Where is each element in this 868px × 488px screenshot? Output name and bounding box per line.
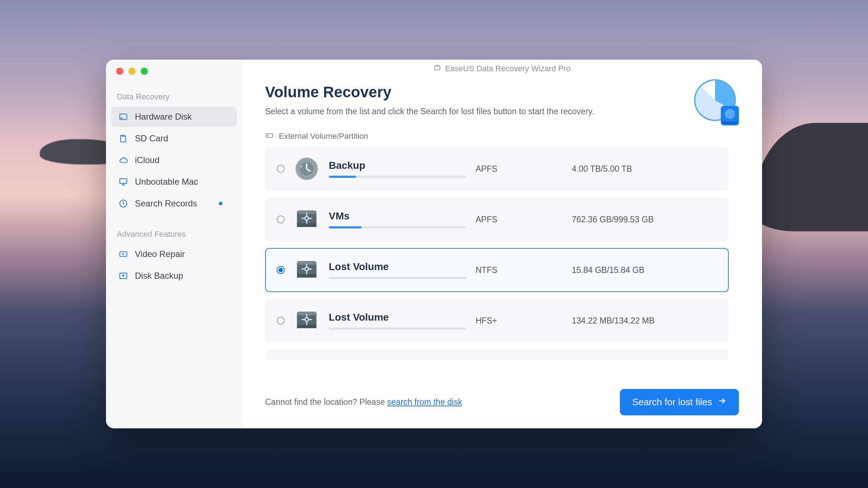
search-from-disk-link[interactable]: search from the disk	[387, 397, 462, 407]
volume-row[interactable]: VMs APFS 762.36 GB/999.53 GB	[265, 197, 729, 241]
drive-icon	[294, 156, 319, 181]
footer-hint-text: Cannot find the location? Please	[265, 397, 387, 407]
sidebar-item-label: Hardware Disk	[135, 112, 192, 122]
section-heading: External Volume/Partition	[265, 131, 739, 142]
usage-bar	[329, 328, 466, 330]
svg-rect-0	[120, 114, 127, 119]
volume-name: VMs	[329, 210, 466, 222]
volume-row-peek	[265, 349, 729, 360]
usage-bar	[329, 226, 466, 228]
volume-list[interactable]: Backup APFS 4.00 TB/5.00 TB VMs APFS 762…	[265, 147, 739, 378]
page-subtitle: Select a volume from the list and click …	[265, 107, 739, 116]
sidebar-item-label: Unbootable Mac	[135, 177, 198, 187]
sidebar-item-icloud[interactable]: iCloud	[111, 150, 237, 170]
volume-name: Backup	[329, 160, 466, 171]
svg-point-1	[121, 118, 122, 119]
sidebar-item-label: SD Card	[135, 133, 168, 144]
app-icon	[433, 64, 441, 74]
search-lost-files-button[interactable]: Search for lost files	[620, 389, 739, 415]
minimize-window-button[interactable]	[128, 68, 136, 75]
app-window: Data Recovery Hardware Disk SD Card iClo…	[106, 60, 762, 428]
sidebar-item-sd-card[interactable]: SD Card	[111, 128, 237, 149]
volume-size: 762.36 GB/999.53 GB	[543, 215, 717, 224]
sidebar-item-label: Search Records	[135, 198, 197, 209]
volume-radio[interactable]	[277, 317, 285, 325]
drive-icon	[294, 257, 319, 283]
sidebar-item-video-repair[interactable]: Video Repair	[111, 244, 237, 264]
volume-name: Lost Volume	[329, 261, 466, 273]
sidebar-item-disk-backup[interactable]: Disk Backup	[111, 266, 237, 286]
volume-recovery-hero-icon	[690, 78, 740, 130]
volume-radio[interactable]	[277, 165, 285, 173]
close-window-button[interactable]	[116, 68, 123, 75]
volume-row[interactable]: Lost Volume HFS+ 134.22 MB/134.22 MB	[265, 299, 729, 343]
svg-rect-10	[722, 122, 737, 124]
volume-radio[interactable]	[277, 215, 285, 223]
sidebar-heading-advanced: Advanced Features	[106, 230, 242, 239]
sidebar-item-hardware-disk[interactable]: Hardware Disk	[111, 107, 237, 127]
cloud-icon	[118, 155, 128, 165]
footer: Cannot find the location? Please search …	[242, 378, 762, 428]
history-icon	[118, 198, 128, 209]
video-icon	[118, 249, 128, 259]
svg-point-12	[267, 135, 268, 136]
backup-icon	[118, 271, 128, 281]
usage-bar	[329, 176, 466, 178]
monitor-icon	[118, 177, 128, 187]
sdcard-icon	[118, 133, 128, 144]
volume-filesystem: APFS	[476, 215, 533, 224]
drive-icon	[294, 308, 319, 333]
volume-filesystem: HFS+	[476, 316, 533, 326]
scan-button-label: Search for lost files	[632, 397, 712, 408]
footer-hint: Cannot find the location? Please search …	[265, 397, 462, 407]
section-heading-label: External Volume/Partition	[279, 132, 368, 141]
volume-radio[interactable]	[277, 266, 285, 274]
volume-size: 15.84 GB/15.84 GB	[543, 265, 717, 275]
zoom-window-button[interactable]	[141, 68, 148, 75]
harddrive-icon	[118, 112, 128, 122]
app-title: EaseUS Data Recovery Wizard Pro	[445, 64, 570, 73]
window-controls	[106, 68, 242, 75]
sidebar-item-label: iCloud	[135, 155, 159, 165]
sidebar: Data Recovery Hardware Disk SD Card iClo…	[106, 60, 242, 428]
arrow-right-icon	[717, 396, 727, 408]
usage-bar	[329, 277, 466, 279]
sidebar-item-search-records[interactable]: Search Records	[111, 193, 237, 214]
sidebar-item-label: Video Repair	[135, 249, 185, 259]
volume-row[interactable]: Backup APFS 4.00 TB/5.00 TB	[265, 147, 729, 191]
page-title: Volume Recovery	[265, 84, 739, 101]
sidebar-item-label: Disk Backup	[135, 271, 183, 281]
main-pane: EaseUS Data Recovery Wizard Pro Volume R…	[242, 60, 762, 428]
sidebar-heading-recovery: Data Recovery	[106, 92, 242, 102]
external-drive-icon	[265, 131, 274, 142]
volume-row[interactable]: Lost Volume NTFS 15.84 GB/15.84 GB	[265, 248, 729, 292]
wallpaper-island-right	[752, 123, 868, 231]
volume-filesystem: NTFS	[476, 265, 533, 275]
volume-size: 134.22 MB/134.22 MB	[543, 316, 717, 326]
sidebar-item-unbootable-mac[interactable]: Unbootable Mac	[111, 172, 237, 192]
drive-icon	[294, 207, 319, 232]
volume-name: Lost Volume	[329, 312, 466, 323]
svg-rect-2	[120, 179, 127, 183]
volume-size: 4.00 TB/5.00 TB	[543, 164, 717, 174]
notification-dot-icon	[219, 202, 222, 205]
volume-filesystem: APFS	[476, 164, 533, 174]
titlebar: EaseUS Data Recovery Wizard Pro	[242, 60, 762, 78]
svg-point-9	[725, 109, 735, 119]
svg-rect-6	[435, 66, 440, 70]
